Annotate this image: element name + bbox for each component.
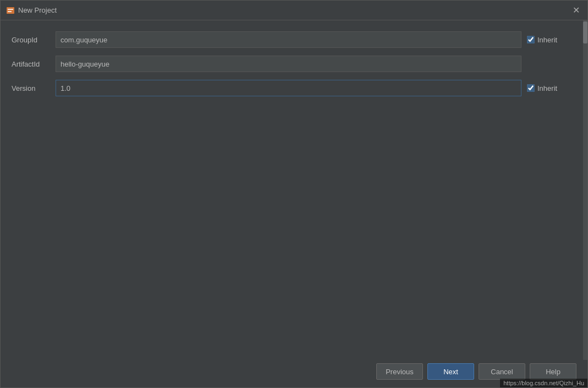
dialog-title: New Project (18, 6, 57, 14)
groupid-input[interactable] (56, 31, 521, 48)
version-input-wrapper: Inherit (56, 80, 576, 96)
artifactid-label: ArtifactId (12, 60, 56, 68)
groupid-row: GroupId Inherit (12, 31, 576, 48)
groupid-inherit-label: Inherit (537, 36, 557, 44)
footer: Previous Next Cancel Help (1, 358, 587, 387)
groupid-label: GroupId (12, 36, 56, 44)
svg-rect-1 (8, 9, 13, 10)
scrollbar-thumb[interactable] (583, 21, 587, 43)
artifactid-input-wrapper: Inherit (56, 56, 576, 72)
groupid-inherit-wrapper: Inherit (527, 36, 576, 44)
version-label: Version (12, 84, 56, 92)
project-icon (6, 6, 15, 15)
cancel-button[interactable]: Cancel (479, 363, 525, 380)
groupid-inherit-checkbox[interactable] (527, 36, 535, 43)
close-button[interactable]: ✕ (570, 4, 582, 17)
new-project-dialog: New Project ✕ GroupId Inherit ArtifactId (0, 0, 588, 388)
content-area: GroupId Inherit ArtifactId Inherit (1, 20, 587, 358)
title-bar-left: New Project (6, 6, 57, 15)
version-input[interactable] (56, 80, 521, 96)
version-inherit-label: Inherit (537, 84, 557, 92)
svg-rect-2 (8, 11, 12, 12)
watermark: https://blog.csdn.net/Qizhi_Hu (500, 379, 587, 387)
artifactid-row: ArtifactId Inherit (12, 56, 576, 72)
groupid-input-wrapper: Inherit (56, 31, 576, 48)
svg-rect-0 (7, 7, 14, 14)
version-inherit-wrapper: Inherit (527, 84, 576, 92)
version-inherit-checkbox[interactable] (527, 84, 535, 92)
previous-button[interactable]: Previous (376, 363, 423, 380)
title-bar: New Project ✕ (1, 1, 587, 20)
artifactid-input[interactable] (56, 56, 521, 72)
content-spacer (12, 104, 576, 352)
next-button[interactable]: Next (427, 363, 474, 380)
version-row: Version Inherit (12, 80, 576, 96)
scrollbar[interactable] (583, 20, 587, 360)
help-button[interactable]: Help (530, 363, 576, 380)
